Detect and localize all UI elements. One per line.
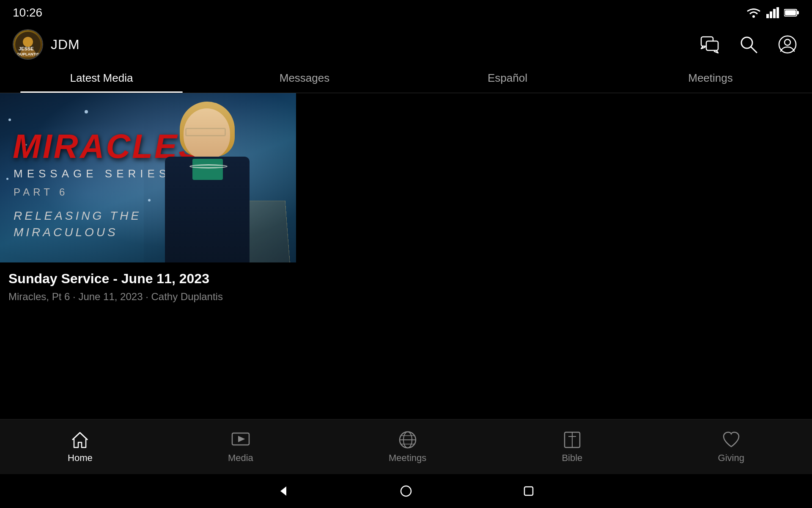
star-3 [85, 110, 88, 113]
series-tagline: RELEASING THEMIRACULOUS [14, 207, 141, 240]
nav-label-bible: Bible [562, 453, 582, 464]
nav-item-media[interactable]: Media [215, 426, 266, 468]
home-button[interactable] [395, 480, 417, 502]
search-icon [739, 35, 758, 54]
home-icon [71, 431, 89, 449]
svg-rect-3 [773, 9, 776, 18]
svg-rect-14 [706, 41, 718, 50]
nav-label-meetings: Meetings [389, 453, 426, 464]
media-icon [231, 431, 250, 449]
svg-rect-1 [766, 14, 769, 18]
svg-rect-6 [785, 10, 796, 15]
svg-point-31 [401, 486, 411, 496]
svg-rect-4 [776, 7, 779, 18]
profile-button[interactable] [776, 33, 799, 56]
header: JESSE DUPLANTIS JDM [0, 25, 812, 64]
meetings-globe-icon [398, 431, 417, 449]
media-title: Sunday Service - June 11, 2023 [8, 271, 804, 287]
tabs: Latest Media Messages Español Meetings [0, 64, 812, 93]
svg-point-0 [752, 15, 755, 18]
nav-item-bible[interactable]: Bible [549, 426, 595, 468]
wifi-icon [746, 7, 761, 18]
bible-icon [563, 431, 582, 449]
header-actions [698, 33, 799, 56]
svg-marker-30 [280, 486, 286, 496]
nav-label-media: Media [228, 453, 253, 464]
svg-point-18 [785, 39, 790, 45]
header-title: JDM [51, 37, 80, 52]
recents-square-icon [523, 486, 534, 497]
search-button[interactable] [737, 33, 760, 56]
back-button[interactable] [273, 480, 294, 502]
media-card[interactable]: MIRACLES MESSAGE SERIES PART 6 RELEASING… [0, 93, 812, 307]
signal-icon [766, 7, 779, 18]
status-time: 10:26 [13, 6, 42, 19]
chat-button[interactable] [698, 33, 721, 56]
status-icons [746, 7, 799, 18]
status-bar: 10:26 [0, 0, 812, 25]
svg-line-16 [751, 47, 757, 52]
avatar-image: JESSE DUPLANTIS [14, 30, 42, 59]
star-1 [8, 119, 11, 121]
nav-item-home[interactable]: Home [55, 426, 105, 468]
svg-text:JESSE: JESSE [19, 46, 33, 51]
chat-icon [700, 35, 719, 54]
nav-label-giving: Giving [718, 453, 744, 464]
svg-point-9 [23, 37, 33, 47]
tab-meetings[interactable]: Meetings [609, 64, 812, 93]
giving-icon [722, 431, 741, 449]
series-part: PART 6 [14, 186, 68, 198]
svg-rect-32 [524, 487, 533, 495]
tab-latest-media[interactable]: Latest Media [0, 64, 203, 93]
system-nav [0, 474, 812, 508]
svg-rect-2 [770, 11, 772, 18]
media-thumbnail[interactable]: MIRACLES MESSAGE SERIES PART 6 RELEASING… [0, 93, 296, 262]
back-arrow-icon [277, 485, 290, 497]
home-circle-icon [400, 485, 412, 497]
svg-marker-20 [239, 436, 244, 442]
tab-espanol[interactable]: Español [406, 64, 609, 93]
recents-button[interactable] [518, 480, 539, 502]
svg-rect-7 [797, 11, 799, 14]
media-subtitle: Miracles, Pt 6 · June 11, 2023 · Cathy D… [8, 291, 804, 303]
star-4 [6, 178, 8, 180]
profile-icon [778, 35, 797, 54]
battery-icon [784, 8, 799, 17]
tab-messages[interactable]: Messages [203, 64, 406, 93]
main-content: MIRACLES MESSAGE SERIES PART 6 RELEASING… [0, 93, 812, 419]
media-info: Sunday Service - June 11, 2023 Miracles,… [0, 262, 812, 307]
nav-item-meetings[interactable]: Meetings [376, 426, 439, 468]
nav-label-home: Home [68, 453, 93, 464]
svg-text:DUPLANTIS: DUPLANTIS [17, 52, 39, 56]
header-left: JESSE DUPLANTIS JDM [13, 29, 80, 60]
avatar[interactable]: JESSE DUPLANTIS [13, 29, 43, 60]
bottom-nav: Home Media Meetings Bible [0, 419, 812, 474]
nav-item-giving[interactable]: Giving [705, 426, 757, 468]
